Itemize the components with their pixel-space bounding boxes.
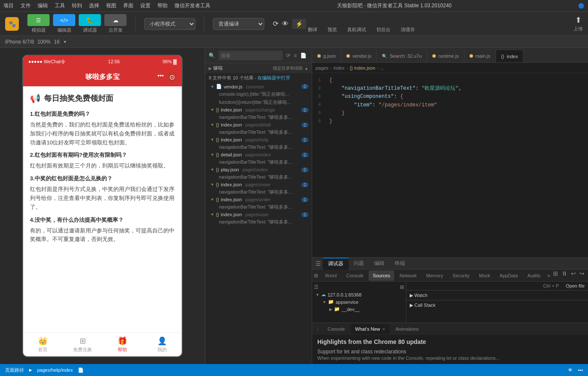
code-area[interactable]: 1 { 2 "navigationBarTitleText": "欧星源码论坛"… [312,73,588,257]
order-match-1[interactable]: navigationBarTitleText: "哆啦多多... [205,203,312,211]
watch-label[interactable]: ▶ Watch [410,293,428,298]
subtab-sources[interactable]: Sources [369,270,394,281]
tab-runtime[interactable]: runtime.js [427,50,464,62]
file-item-more[interactable]: ▼ {} index.json pages\more 1 [205,181,312,188]
file-item-change[interactable]: ▼ {} index.json pages\change 1 [205,106,312,113]
subtab-audits[interactable]: Audits [523,270,545,281]
open-in-editor-link[interactable]: 在编辑器中打开 [257,75,290,80]
compile-button[interactable]: ⚡ [292,19,306,29]
source-tree-appservice[interactable]: ▼ 📁 appservice [314,298,404,306]
translate-label: 翻译 [308,26,317,33]
subtab-console[interactable]: Console [342,270,368,281]
detail-match-1[interactable]: navigationBarTitleText: "哆啦多多... [205,128,312,136]
editor-icon: </> [53,14,75,26]
status-file-icon[interactable]: 📄 [78,367,84,373]
breadcrumb-indexjson[interactable]: {} index.json [350,65,375,70]
menu-item-edit[interactable]: 编辑 [38,2,48,9]
debugger-button[interactable]: 🐛 调试器 [79,14,101,33]
menu-item-file[interactable]: 文件 [21,2,31,9]
whats-new-close[interactable]: ✕ [382,327,385,332]
menu-item-settings[interactable]: 设置 [140,2,151,9]
file-item-detail[interactable]: ▼ {} index.json pages\detail 1 [205,121,312,128]
phone-tab-exchange[interactable]: ⊞ 免费兑换 [63,333,103,356]
refresh-icon[interactable]: ⟳ [286,53,290,59]
phone-nav-menu[interactable]: ••• [157,72,164,82]
play-match-1[interactable]: navigationBarTitleText: "哆啦多多... [205,173,312,181]
tab-index[interactable]: {} index [496,50,524,62]
vendor-match-1[interactable]: console.log(e),{title:"我正在哆啦... [205,90,312,98]
phone-tab-help-label: 帮助 [118,347,127,353]
change-match-1[interactable]: navigationBarTitleText: "哆啦多多... [205,113,312,121]
bottom-tabs: ☰ 调试器 问题 编辑 终端 [312,258,588,270]
mode-select[interactable]: 小程序模式 [144,18,195,30]
phone-tab-home[interactable]: 👑 首页 [23,333,63,356]
device-dropdown-icon[interactable]: ▼ [63,40,67,44]
subtab-network[interactable]: Network [395,270,421,281]
more-match-1[interactable]: navigationBarTitleText: "哆啦多多... [205,188,312,196]
file-item-vendor[interactable]: ▼ 📄 vendor.js common 2 [205,83,312,90]
menu-item-wechat[interactable]: 微信开发者工具 [174,2,210,9]
menu-item-select[interactable]: 选择 [89,2,99,9]
collapse-icon[interactable]: ≡ [294,53,297,59]
console-bottom-tab[interactable]: Console [323,324,349,334]
menu-item-tools[interactable]: 工具 [55,2,65,9]
menu-item-interface[interactable]: 界面 [123,2,133,9]
subtab-appdata[interactable]: AppData [495,270,522,281]
status-more-icon[interactable]: ••• [578,367,583,373]
whats-new-tab[interactable]: What's New ✕ [351,324,389,334]
source-tree-root[interactable]: ▼ ☁ 127.0.0.1:65368 [314,291,404,298]
file-item-order[interactable]: ▼ {} index.json pages\order 1 [205,196,312,203]
help-match-1[interactable]: navigationBarTitleText: "哆啦多多... [205,143,312,151]
subtab-more[interactable]: » [547,273,550,279]
preview-button[interactable]: 👁 [282,20,289,28]
bottom-panel-handle: ⋮ [316,327,320,332]
tab-mainjs[interactable]: main.js [464,50,496,62]
cloud-label: 云开发 [109,27,123,33]
subtab-memory[interactable]: Memory [422,270,448,281]
menu-item-help[interactable]: 帮助 [157,2,168,9]
phone-tab-help[interactable]: 🎁 帮助 [103,333,142,356]
simulator-button[interactable]: ☰ 模拟器 [27,14,50,33]
translate-button[interactable]: ⟳ [273,20,278,28]
whats-new-subtitle: Support for let and class redeclarations [317,349,583,355]
menu-item-goto[interactable]: 转到 [72,2,82,9]
animations-tab[interactable]: Animations [391,324,423,334]
tab-debugger[interactable]: 调试器 [323,258,349,270]
source-tree-dev[interactable]: ▶ 📁 __dev__ [314,306,404,313]
callstack-label[interactable]: ▶ Call Stack [410,303,436,308]
cloud-button[interactable]: ☁ 云开发 [104,14,127,33]
upload-label: 上传 [573,26,583,32]
tab-edit[interactable]: 编辑 [369,258,390,270]
breadcrumb-sep3: › [377,65,379,70]
phone-tab-mine[interactable]: 👤 我的 [142,333,182,356]
breadcrumb-index[interactable]: index [334,65,345,70]
file-search-input[interactable] [219,51,283,60]
search-result-info: 9 文件中有 10 个结果 - 在编辑器中打开 [205,73,312,83]
subtab-wxml[interactable]: Wxml [321,270,341,281]
editor-button[interactable]: </> 编辑器 [53,14,75,33]
subtab-mock[interactable]: Mock [475,270,494,281]
subtab-security[interactable]: Security [448,270,474,281]
tab-terminal[interactable]: 终端 [390,258,410,270]
menu-item-view[interactable]: 视图 [106,2,116,9]
detail-idx-match-1[interactable]: navigationBarTitleText: "哆啦多多... [205,158,312,166]
user-match-1[interactable]: navigationBarTitleText: "哆啦多多... [205,218,312,226]
tab-gjson[interactable]: g.json [312,50,341,62]
status-eye-icon[interactable]: 👁 [568,367,573,373]
file-item-user[interactable]: ▼ {} index.json pages\user 1 [205,211,312,218]
tab-vendor[interactable]: vendor.js [341,50,377,62]
phone-nav-record[interactable]: ⊙ [167,72,177,82]
change-badge: 1 [301,108,308,112]
vendor-match-2[interactable]: function(){return{title:'我正在哆啦... [205,98,312,106]
compiler-select[interactable]: 普通编译 [213,18,264,30]
breadcrumb-pages[interactable]: pages [316,65,328,70]
menu-item-project[interactable]: 项目 [3,2,14,9]
order-badge: 1 [301,197,308,202]
file-item-detail-idx[interactable]: ▼ {} detail.json pages\index 1 [205,151,312,158]
tab-issues[interactable]: 问题 [349,258,369,270]
new-file-icon[interactable]: 📄 [300,53,307,59]
file-item-help[interactable]: ▼ {} index.json pages\help 1 [205,136,312,143]
upload-button[interactable]: ⬆ 上传 [573,15,583,32]
file-item-play[interactable]: ▼ {} play.json pages\index 1 [205,166,312,173]
tab-search[interactable]: 🔍 Search: 32.u7u [377,50,427,62]
